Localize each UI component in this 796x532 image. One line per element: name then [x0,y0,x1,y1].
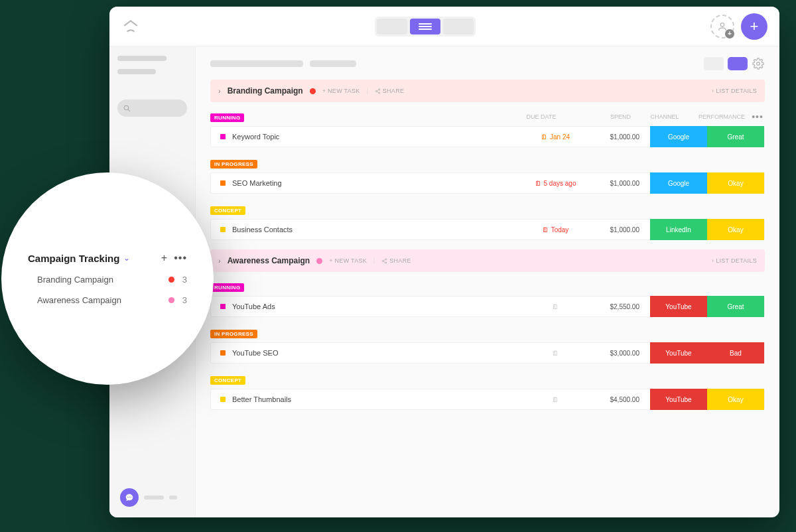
due-text: 5 days ago [544,180,576,187]
svg-point-9 [379,92,380,94]
campaign-title: Awareness Campaign [228,256,310,265]
performance-tag[interactable]: Okay [707,389,764,410]
spend-value: $1,000.00 [585,133,645,141]
status-badge: CONCEPT [210,206,245,215]
campaign-dot [316,258,322,264]
popover-item-count: 3 [182,295,187,305]
task-row[interactable]: Better Thumbnails 🗓 $4,500.00 YouTube Ok… [210,389,765,410]
channel-tag[interactable]: YouTube [650,296,707,317]
svg-point-13 [383,260,384,261]
svg-point-8 [375,90,377,92]
due-date[interactable]: 🗓5 days ago [525,180,585,187]
view-btn-1[interactable] [377,19,407,34]
popover-add-button[interactable]: + [161,252,167,264]
channel-tag[interactable]: LinkedIn [650,219,707,240]
add-user-button[interactable]: + [710,15,734,38]
performance-tag[interactable]: Great [707,126,764,147]
due-date[interactable]: 🗓 [525,350,585,357]
performance-tag[interactable]: Okay [707,219,764,240]
campaign-header[interactable]: › Branding Campaign + NEW TASK | SHARE ›… [210,80,765,102]
due-date[interactable]: 🗓 [525,396,585,403]
task-row[interactable]: YouTube SEO 🗓 $3,000.00 YouTube Bad [210,342,765,364]
popover-item[interactable]: Awareness Campaign 3 [28,290,187,310]
channel-tag[interactable]: YouTube [650,342,707,364]
spend-value: $2,550.00 [585,303,645,310]
channel-tag[interactable]: YouTube [650,389,707,410]
svg-point-6 [757,62,760,66]
more-button[interactable]: ••• [750,111,765,122]
channel-tag[interactable]: Google [650,172,707,194]
svg-point-14 [385,262,387,263]
svg-point-4 [129,497,129,498]
due-date[interactable]: 🗓Today [525,226,585,233]
chat-placeholder [144,496,164,499]
campaign-header[interactable]: › Awareness Campaign + NEW TASK | SHARE … [210,249,765,272]
add-button[interactable]: + [741,13,767,40]
status-badge: IN PROGRESS [210,160,257,168]
spend-value: $4,500.00 [585,396,645,403]
popover-more-button[interactable]: ••• [174,252,187,264]
campaign-title: Branding Campaign [228,86,303,96]
new-task-button[interactable]: + NEW TASK [329,257,367,264]
spend-value: $3,000.00 [585,350,645,357]
new-task-button[interactable]: + NEW TASK [322,88,360,94]
chat-area [120,488,177,507]
campaign-dot [310,88,316,94]
due-date[interactable]: 🗓 [525,303,585,310]
popover-item-label: Branding Campaign [37,275,113,285]
view-btn-3[interactable] [443,19,474,34]
col-due: DUE DATE [511,113,571,120]
view-btn-list[interactable] [410,19,440,34]
performance-tag[interactable]: Bad [707,342,764,364]
svg-point-12 [385,259,387,260]
status-dot [220,134,226,139]
group-header: RUNNING DUE DATE SPEND CHANNEL PERFORMAN… [210,110,765,123]
list-icon [419,23,432,30]
list-details-button[interactable]: › LIST DETAILS [712,257,757,264]
status-dot [220,180,226,186]
search-input[interactable] [117,100,187,117]
group-header: IN PROGRESS [210,157,765,170]
task-row[interactable]: Keyword Topic 🗓Jan 24 $1,000.00 Google G… [210,126,765,147]
calendar-icon: 🗓 [535,180,541,187]
view-toggle-2[interactable] [728,57,748,70]
spend-value: $1,000.00 [585,226,645,233]
share-button[interactable]: SHARE [381,257,411,264]
channel-tag[interactable]: Google [650,126,707,147]
header: + + [109,7,779,46]
list-details-button[interactable]: › LIST DETAILS [712,88,757,94]
popover-title: Campaign Tracking [28,253,119,264]
svg-line-2 [128,109,130,111]
svg-line-15 [384,260,386,261]
popover-header[interactable]: Campaign Tracking ⌄ + ••• [28,247,187,269]
svg-point-3 [127,497,128,498]
popover-item[interactable]: Branding Campaign 3 [28,269,187,290]
settings-button[interactable] [752,57,765,70]
spend-value: $1,000.00 [585,180,645,187]
due-date[interactable]: 🗓Jan 24 [525,133,585,141]
main-content: › Branding Campaign + NEW TASK | SHARE ›… [196,46,779,517]
logo-icon [121,17,140,36]
chat-button[interactable] [120,488,139,507]
chevron-right-icon: › [218,257,221,265]
performance-tag[interactable]: Okay [707,172,764,194]
search-icon [123,104,131,113]
header-right: + + [710,13,767,40]
svg-line-16 [384,261,386,263]
task-row[interactable]: SEO Marketing 🗓5 days ago $1,000.00 Goog… [210,172,765,194]
sidebar-popover: Campaign Tracking ⌄ + ••• Branding Campa… [1,172,214,385]
task-row[interactable]: YouTube Ads 🗓 $2,550.00 YouTube Great [210,296,765,317]
task-row[interactable]: Business Contacts 🗓Today $1,000.00 Linke… [210,219,765,240]
chevron-down-icon: ⌄ [123,253,130,263]
status-badge: IN PROGRESS [210,330,257,338]
group-header: CONCEPT [210,373,765,386]
calendar-icon: 🗓 [552,303,559,310]
calendar-icon: 🗓 [542,226,549,233]
chat-placeholder [169,496,177,499]
share-button[interactable]: SHARE [375,88,404,94]
sb-placeholder [117,56,166,61]
performance-tag[interactable]: Great [707,296,764,317]
group-header: CONCEPT [210,203,765,216]
svg-line-10 [377,90,379,92]
view-toggle-1[interactable] [704,57,724,70]
